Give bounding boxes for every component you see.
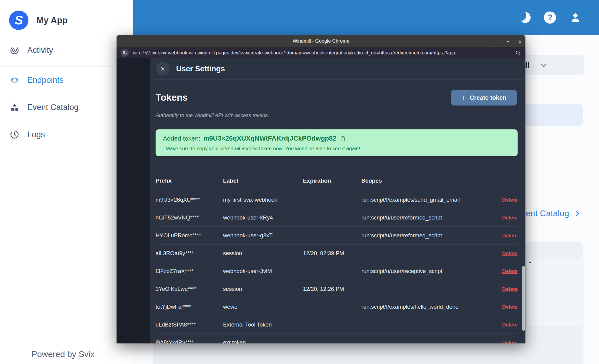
token-expiration: 12/20, 02:39 PM <box>303 250 361 257</box>
table-row: i9AiXYkdRv**** ext token Delete <box>156 334 518 343</box>
delete-token-link[interactable]: Delete <box>502 304 518 310</box>
chevron-down-icon <box>539 60 548 70</box>
table-row: tetYjDwFul**** wewe run:script/f/example… <box>156 298 518 316</box>
delete-cell: Delete <box>490 339 518 343</box>
banner-note: Make sure to copy your personal access t… <box>163 146 510 152</box>
powered-by-svix: Powered by Svix <box>31 349 95 359</box>
table-header-row: Prefix Label Expiration Scopes <box>156 171 518 191</box>
scrollbar-thumb[interactable] <box>522 266 525 331</box>
tokens-section-header: Tokens + Create token <box>156 92 518 108</box>
event-catalog-link[interactable]: ent Catalog <box>526 209 581 218</box>
delete-cell: Delete <box>490 232 518 239</box>
delete-token-link[interactable]: Delete <box>502 251 518 256</box>
app-topbar: ? <box>133 0 599 35</box>
banner-prefix: Added token: <box>163 135 200 142</box>
token-scopes: run:script/f/examples/hello_world_deno <box>361 304 490 310</box>
app-brand: S My App <box>0 0 133 34</box>
token-prefix: tetYjDwFul**** <box>156 304 223 310</box>
close-drawer-button[interactable]: × <box>156 62 169 76</box>
token-scopes: run:script/u/user/receptive_script <box>361 268 490 275</box>
col-prefix: Prefix <box>156 177 223 184</box>
delete-token-link[interactable]: Delete <box>502 286 518 292</box>
delete-cell: Delete <box>490 214 518 221</box>
banner-token-value: m9U3×26qXUXqNWtFAKrdjJCkPOdwgp82 <box>203 135 336 142</box>
url-bar: win-752-fix-svix-webhook-win.windmill.pa… <box>117 47 525 58</box>
sidebar-item-activity[interactable]: Activity <box>0 34 133 66</box>
site-settings-icon[interactable] <box>121 49 129 57</box>
maximize-button[interactable]: + <box>507 39 509 44</box>
scroll-up-arrow-icon[interactable]: ▲ <box>528 260 532 264</box>
delete-token-link[interactable]: Delete <box>502 322 518 328</box>
table-body: m9U3×26qXU**** my-first-svix-webhook run… <box>156 191 518 343</box>
token-prefix: aiL3ROat9y**** <box>156 250 223 257</box>
user-profile-icon[interactable] <box>569 11 581 24</box>
token-prefix: f3FzoZ7raX**** <box>156 268 223 275</box>
tokens-table: Prefix Label Expiration Scopes m9U3×26qX… <box>156 171 518 343</box>
sidebar-item-event-catalog[interactable]: Event Catalog <box>0 94 133 121</box>
delete-token-link[interactable]: Delete <box>502 340 518 343</box>
token-label: session <box>223 286 303 292</box>
screen: ? indmill ent Catalog ▲ S My A <box>0 0 599 364</box>
help-icon[interactable]: ? <box>544 11 556 24</box>
minimize-button[interactable]: – <box>494 39 497 44</box>
table-row: aiL3ROat9y**** session 12/20, 02:39 PM D… <box>156 245 518 262</box>
drawer-header: × User Settings <box>150 58 525 80</box>
history-icon <box>10 130 19 139</box>
table-row: 3YeOiKpLwq**** session 12/20, 12:26 PM D… <box>156 280 518 298</box>
drawer-body: Tokens + Create token Authentify to the … <box>150 92 525 343</box>
delete-cell: Delete <box>490 250 518 257</box>
token-label: wewe <box>223 304 303 310</box>
create-token-button[interactable]: + Create token <box>451 90 517 106</box>
copy-clipboard-icon[interactable] <box>339 135 346 142</box>
delete-token-link[interactable]: Delete <box>502 268 518 274</box>
delete-cell: Delete <box>490 268 518 275</box>
token-label: session <box>223 250 303 257</box>
table-row: HYOLuPRomc**** webhook-user-g3xT run:scr… <box>156 227 518 245</box>
window-titlebar[interactable]: Windmill - Google Chrome – + x <box>117 35 525 47</box>
sidebar-item-label: Event Catalog <box>27 103 79 112</box>
token-prefix: i9AiXYkdRv**** <box>156 339 223 343</box>
address-input[interactable]: win-752-fix-svix-webhook-win.windmill.pa… <box>133 50 511 56</box>
token-expiration: 12/20, 12:26 PM <box>303 286 361 292</box>
browser-page: × User Settings Tokens + Create token Au… <box>117 58 525 343</box>
delete-token-link[interactable]: Delete <box>502 197 518 203</box>
tokens-subtitle: Authentify to the Windmill API with acce… <box>156 112 518 119</box>
token-prefix: hGiT52wVNQ**** <box>156 214 223 221</box>
token-label: webhook-user-kRy4 <box>223 214 303 221</box>
sidebar-item-endpoints[interactable]: Endpoints <box>0 67 133 94</box>
table-row: uLdBztSPA8**** External Tool Token Delet… <box>156 316 518 334</box>
sidebar-item-logs[interactable]: Logs <box>0 121 133 148</box>
sidebar: S My App Activity Endpoints <box>0 0 133 364</box>
token-scopes: run:script/u/user/reformed_script <box>361 232 490 239</box>
token-label: webhook-user-g3xT <box>223 232 303 239</box>
close-button[interactable]: x <box>519 39 522 44</box>
delete-token-link[interactable]: Delete <box>502 233 518 239</box>
table-row: f3FzoZ7raX**** webhook-user-3vlM run:scr… <box>156 262 518 280</box>
col-expiration: Expiration <box>303 177 361 184</box>
sidebar-item-label: Logs <box>27 130 45 139</box>
token-label: my-first-svix-webhook <box>223 197 303 203</box>
delete-token-link[interactable]: Delete <box>502 215 518 221</box>
sidebar-item-label: Activity <box>27 46 53 55</box>
token-scopes: run:script/u/user/reformed_script <box>361 214 490 221</box>
table-row: m9U3×26qXU**** my-first-svix-webhook run… <box>156 191 518 209</box>
window-title: Windmill - Google Chrome <box>293 38 350 44</box>
token-created-banner: Added token: m9U3×26qXUXqNWtFAKrdjJCkPOd… <box>156 129 518 156</box>
zoom-icon[interactable] <box>515 50 521 56</box>
token-prefix: HYOLuPRomc**** <box>156 232 223 239</box>
event-catalog-link-label: ent Catalog <box>526 209 569 218</box>
app-name: My App <box>36 15 68 25</box>
banner-token-line: Added token: m9U3×26qXUXqNWtFAKrdjJCkPOd… <box>163 135 510 142</box>
token-prefix: m9U3×26qXU**** <box>156 197 223 203</box>
token-label: External Tool Token <box>223 321 303 328</box>
create-token-label: Create token <box>470 94 506 101</box>
shapes-icon <box>10 102 19 112</box>
token-scopes: run:script/f/examples/send_gmail_email <box>361 197 490 203</box>
dark-mode-toggle-moon-icon[interactable] <box>520 12 531 23</box>
delete-cell: Delete <box>490 304 518 310</box>
sidebar-item-label: Endpoints <box>27 76 64 85</box>
delete-cell: Delete <box>490 197 518 203</box>
delete-cell: Delete <box>490 286 518 292</box>
token-prefix: 3YeOiKpLwq**** <box>156 286 223 292</box>
table-row: hGiT52wVNQ**** webhook-user-kRy4 run:scr… <box>156 209 518 227</box>
